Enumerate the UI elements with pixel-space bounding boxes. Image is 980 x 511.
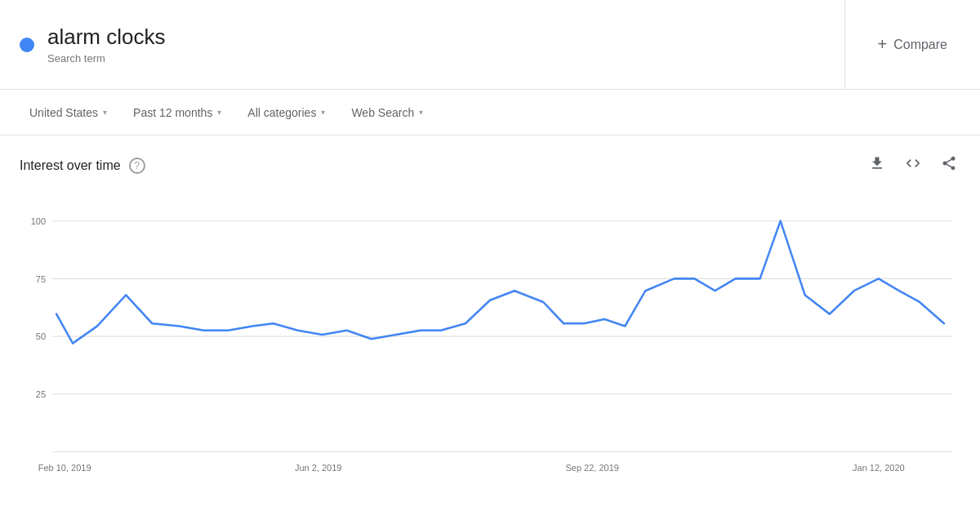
filters-bar: United States ▾ Past 12 months ▾ All cat…	[0, 90, 980, 136]
header: alarm clocks Search term + Compare	[0, 0, 980, 90]
search-type-label: Web Search	[351, 106, 414, 119]
help-icon[interactable]: ?	[129, 158, 145, 174]
compare-plus-icon: +	[878, 35, 888, 54]
compare-label: Compare	[893, 38, 947, 52]
term-info: alarm clocks Search term	[47, 24, 165, 64]
chart-title-area: Interest over time ?	[20, 158, 145, 174]
time-chevron-icon: ▾	[217, 108, 221, 117]
time-label: Past 12 months	[133, 106, 212, 119]
search-term-type: Search term	[47, 52, 165, 64]
region-label: United States	[29, 106, 98, 119]
compare-section[interactable]: + Compare	[845, 35, 981, 54]
chart-actions	[866, 152, 960, 179]
region-chevron-icon: ▾	[103, 108, 107, 117]
search-type-chevron-icon: ▾	[419, 108, 423, 117]
svg-text:Sep 22, 2019: Sep 22, 2019	[565, 463, 618, 473]
svg-text:Feb 10, 2019: Feb 10, 2019	[38, 463, 91, 473]
time-filter[interactable]: Past 12 months ▾	[123, 101, 231, 124]
category-chevron-icon: ▾	[321, 108, 325, 117]
search-term-section: alarm clocks Search term	[0, 0, 845, 89]
help-label: ?	[134, 160, 140, 171]
share-icon[interactable]	[938, 152, 960, 179]
svg-text:75: 75	[36, 273, 46, 283]
category-label: All categories	[247, 106, 316, 119]
search-term-title: alarm clocks	[47, 24, 165, 50]
trend-chart: 100 75 50 25 Feb 10, 2019 Jun 2, 2019 Se…	[20, 195, 960, 505]
search-type-filter[interactable]: Web Search ▾	[341, 101, 433, 124]
region-filter[interactable]: United States ▾	[20, 101, 117, 124]
chart-section: Interest over time ?	[0, 136, 980, 511]
category-filter[interactable]: All categories ▾	[238, 101, 335, 124]
download-icon[interactable]	[866, 152, 889, 179]
svg-text:Jan 12, 2020: Jan 12, 2020	[853, 463, 905, 473]
svg-text:25: 25	[36, 389, 46, 399]
svg-text:50: 50	[36, 331, 46, 341]
svg-text:Jun 2, 2019: Jun 2, 2019	[295, 463, 341, 473]
chart-title: Interest over time	[20, 158, 121, 173]
svg-text:100: 100	[31, 216, 46, 226]
chart-header: Interest over time ?	[20, 152, 960, 179]
code-icon[interactable]	[902, 152, 924, 179]
trend-line	[56, 221, 944, 344]
chart-container: 100 75 50 25 Feb 10, 2019 Jun 2, 2019 Se…	[20, 195, 960, 505]
term-color-dot	[20, 38, 34, 52]
